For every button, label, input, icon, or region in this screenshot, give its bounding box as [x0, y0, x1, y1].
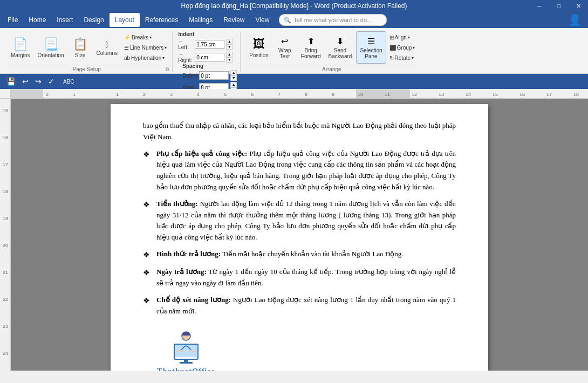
bring-forward-button[interactable]: ⬆ BringForward [298, 31, 324, 64]
list-item: ❖ Ngày trả lương: Từ ngày 1 đến ngày 10 … [143, 266, 456, 289]
user-avatar[interactable]: 👤 [568, 13, 582, 26]
align-button[interactable]: ⊞Align ▾ [387, 32, 418, 42]
spacing-header: Spacing [182, 63, 203, 69]
svg-text:6: 6 [251, 92, 254, 97]
orientation-button[interactable]: 📃 Orientation [35, 31, 67, 64]
list-item: ❖ Hình thức trả lương: Tiền mặt hoặc chu… [143, 249, 456, 261]
columns-button[interactable]: ⫿ Columns [93, 31, 121, 64]
svg-text:9: 9 [332, 92, 334, 97]
bullet-symbol: ❖ [143, 149, 150, 193]
arrange-group: 🖼 Position ↩ WrapText ⬆ BringForward ⬇ S… [243, 31, 420, 72]
svg-text:7: 7 [278, 92, 281, 97]
indent-right-up[interactable]: ▲ [226, 52, 233, 57]
svg-text:8: 8 [305, 92, 307, 97]
menu-review[interactable]: Review [218, 13, 250, 27]
menu-references[interactable]: References [140, 13, 183, 27]
indent-left-input[interactable] [195, 40, 224, 49]
hyphenation-button[interactable]: abHyphenation ▾ [122, 53, 169, 63]
group-button[interactable]: ⬛Group ▾ [387, 43, 418, 52]
svg-text:2: 2 [46, 92, 49, 97]
svg-text:12: 12 [412, 92, 417, 97]
svg-text:14: 14 [466, 92, 471, 97]
svg-text:17: 17 [3, 162, 8, 167]
menu-design[interactable]: Design [78, 13, 109, 27]
minimize-button[interactable]: ─ [530, 0, 549, 12]
maximize-button[interactable]: □ [549, 0, 569, 12]
search-placeholder: Tell me what you want to do... [293, 17, 372, 23]
selection-pane-button[interactable]: ☰ SelectionPane [356, 31, 386, 64]
logo-illustration [165, 328, 208, 366]
indent-left-up[interactable]: ▲ [226, 39, 233, 44]
margins-button[interactable]: 📄 Margins [8, 31, 33, 64]
arrange-label: Arrange [246, 65, 417, 72]
bullet-bold-5: Chế độ xét nâng lương: [156, 296, 231, 304]
svg-rect-3 [356, 89, 410, 99]
svg-text:16: 16 [3, 135, 8, 140]
menu-home[interactable]: Home [23, 13, 51, 27]
menu-bar: File Home Insert Design Layout Reference… [0, 12, 588, 28]
bullet-bold-3: Hình thức trả lương: [156, 250, 221, 258]
content-area: 15 16 17 18 19 20 21 22 23 24 bao gồm th… [0, 99, 588, 371]
window-controls: ─ □ ✕ [530, 0, 588, 12]
menu-insert[interactable]: Insert [51, 13, 78, 27]
rotate-button[interactable]: ↻Rotate ▾ [387, 53, 418, 63]
qa-save[interactable]: 💾 [4, 76, 18, 87]
svg-text:1: 1 [116, 92, 119, 97]
svg-text:13: 13 [439, 92, 444, 97]
size-button[interactable]: 📋 Size [69, 31, 92, 64]
svg-text:3: 3 [170, 92, 173, 97]
paragraph-group: Indent ← Left: ▲ ▼ → Right: ▲ ▼ [175, 31, 241, 72]
svg-text:10: 10 [358, 92, 363, 97]
indent-left-down[interactable]: ▼ [226, 44, 233, 50]
logo-name: ThuthuatOffice [157, 366, 215, 371]
bullet-bold-2: Tiền thưởng: [156, 200, 198, 208]
svg-text:21: 21 [3, 270, 8, 275]
bullet-symbol: ❖ [143, 249, 150, 261]
indent-right-down[interactable]: ▼ [226, 57, 233, 63]
window-title: Hợp đồng lao động_Ha [Compatibility Mode… [181, 2, 407, 10]
page-area: bao gồm thuế thu nhập cá nhân, các loại … [11, 99, 588, 371]
page-setup-expand[interactable]: ⧉ [166, 66, 169, 72]
svg-text:19: 19 [3, 216, 8, 221]
search-box[interactable]: 🔍 Tell me what you want to do... [279, 14, 387, 26]
spacing-before-up[interactable]: ▲ [230, 70, 237, 76]
qa-undo[interactable]: ↩ [20, 76, 31, 87]
page-setup-group: 📄 Margins 📃 Orientation 📋 Size ⫿ Columns [4, 31, 173, 72]
indent-header: Indent [178, 31, 194, 37]
wrap-text-button[interactable]: ↩ WrapText [273, 31, 297, 64]
qa-redo[interactable]: ↪ [33, 76, 44, 87]
close-button[interactable]: ✕ [569, 0, 588, 12]
bullet-bold-1: Phụ cấp hiệu quả công việc: [156, 149, 247, 158]
menu-view[interactable]: View [250, 13, 275, 27]
document-page: bao gồm thuế thu nhập cá nhân, các loại … [111, 104, 488, 371]
svg-text:17: 17 [546, 92, 552, 97]
svg-text:23: 23 [3, 324, 8, 329]
quick-access-toolbar: 💾 ↩ ↪ ✓ ABC [0, 74, 588, 89]
ruler-svg: 2 1 1 2 3 4 5 6 7 8 9 10 11 12 13 14 15 … [11, 89, 588, 99]
spacing-before-down[interactable]: ▼ [230, 76, 237, 81]
list-item: ❖ Chế độ xét nâng lương: Người Lao Động … [143, 295, 456, 317]
ruler-area: 2 1 1 2 3 4 5 6 7 8 9 10 11 12 13 14 15 … [0, 89, 588, 99]
line-numbers-button[interactable]: ☰Line Numbers ▾ [122, 43, 169, 52]
ruler-corner [0, 89, 11, 99]
svg-text:5: 5 [224, 92, 227, 97]
menu-mailings[interactable]: Mailings [183, 13, 218, 27]
menu-file[interactable]: File [2, 13, 23, 27]
breaks-button[interactable]: ⚡Breaks ▾ [122, 32, 169, 42]
continuation-text: bao gồm thuế thu nhập cá nhân, các loại … [143, 120, 456, 143]
svg-text:22: 22 [3, 297, 8, 302]
menu-layout[interactable]: Layout [110, 13, 140, 27]
bullet-symbol: ❖ [143, 199, 150, 243]
svg-text:18: 18 [573, 92, 579, 97]
vruler-svg: 15 16 17 18 19 20 21 22 23 24 [0, 99, 11, 368]
svg-text:15: 15 [3, 108, 8, 113]
send-backward-button[interactable]: ⬇ SendBackward [325, 31, 355, 64]
qa-check[interactable]: ✓ [46, 76, 57, 87]
spacing-before-input[interactable] [199, 71, 229, 80]
spacing-after-up[interactable]: ▲ [230, 82, 237, 87]
position-button[interactable]: 🖼 Position [246, 31, 272, 64]
indent-right-input[interactable] [195, 53, 224, 61]
title-bar: Hợp đồng lao động_Ha [Compatibility Mode… [0, 0, 588, 12]
list-item: ❖ Tiền thưởng: Người lao động làm việc đ… [143, 199, 456, 243]
bullet-text-3: Tiền mặt hoặc chuyển khoản vào tài khoản… [222, 250, 403, 258]
